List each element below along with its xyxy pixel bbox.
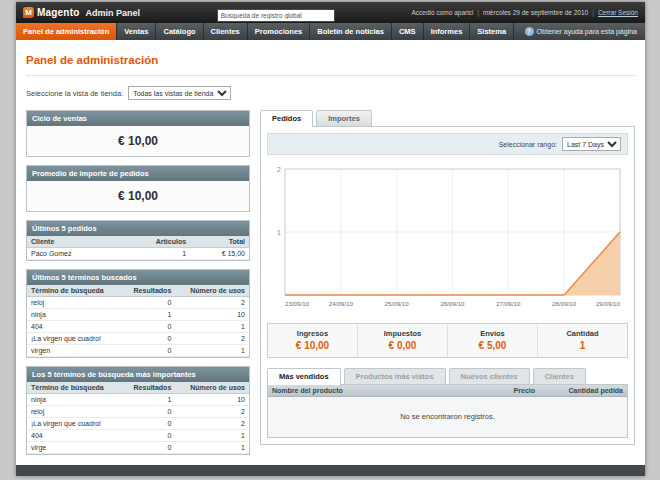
store-view-row: Seleccione la vista de tienda: Todas las… xyxy=(26,86,635,100)
empty-records-message: No se encontraron registros. xyxy=(268,397,627,437)
page-help-link[interactable]: ? Obtener ayuda para esta página xyxy=(525,23,645,40)
orders-chart-svg: 1223/09/1024/09/1025/09/1026/09/1027/09/… xyxy=(269,163,626,315)
table-row[interactable]: ¡La virgen que cuadro! 0 2 xyxy=(27,333,249,345)
logout-link[interactable]: Cerrar Sesión xyxy=(598,9,638,16)
table-row[interactable]: reloj 0 2 xyxy=(27,406,249,418)
svg-text:1: 1 xyxy=(277,229,281,236)
col-header: Término de búsqueda xyxy=(27,382,122,394)
table-row[interactable]: virgen 0 1 xyxy=(27,345,249,357)
average-orders-value: € 10,00 xyxy=(27,181,249,211)
svg-text:2: 2 xyxy=(277,166,281,173)
products-grid: Nombre del producto Precio Cantidad pedi… xyxy=(267,384,628,438)
nav-item-catalog[interactable]: Catálogo xyxy=(156,23,203,40)
nav-item-reports[interactable]: Informes xyxy=(424,23,471,40)
logo-text: Magento xyxy=(37,7,80,18)
svg-text:25/09/10: 25/09/10 xyxy=(385,300,410,307)
table-row[interactable]: 404 0 1 xyxy=(27,430,249,442)
lifetime-sales-card: Ciclo de ventas € 10,00 xyxy=(26,110,250,157)
range-select[interactable]: Last 7 Days xyxy=(562,137,621,151)
nav-item-customers[interactable]: Clientes xyxy=(204,23,248,40)
help-label: Obtener ayuda para esta página xyxy=(537,28,637,35)
stat-revenue: Ingresos € 10,00 xyxy=(268,324,357,357)
global-search xyxy=(217,4,335,22)
stat-tax: Impuestos € 0,00 xyxy=(357,324,447,357)
title-row: Panel de administración xyxy=(26,40,635,76)
last-search-title: Últimos 5 términos buscados xyxy=(27,270,249,285)
col-header: Número de usos xyxy=(175,285,249,297)
col-header: Precio xyxy=(467,385,539,397)
nav-item-sales[interactable]: Ventas xyxy=(117,23,156,40)
col-header: Cliente xyxy=(27,236,118,248)
svg-text:26/09/10: 26/09/10 xyxy=(440,300,465,307)
footer-bar xyxy=(16,465,645,476)
header-separator: | xyxy=(477,9,479,16)
header-user-area: Accedió como aparici | miércoles 29 de s… xyxy=(412,9,638,16)
magento-logo-icon: M xyxy=(23,7,34,18)
nav-item-newsletter[interactable]: Boletín de noticias xyxy=(310,23,392,40)
table-row[interactable]: ninja 1 10 xyxy=(27,309,249,321)
dashboard-left-column: Ciclo de ventas € 10,00 Promedio de impo… xyxy=(26,110,250,455)
tab-bestsellers[interactable]: Más vendidos xyxy=(267,368,341,385)
average-orders-card: Promedio de importe de pedidos € 10,00 xyxy=(26,165,250,212)
col-header: Cantidad pedida xyxy=(539,385,627,397)
table-row[interactable]: reloj 0 2 xyxy=(27,297,249,309)
lifetime-sales-value: € 10,00 xyxy=(27,126,249,156)
stats-bar: Ingresos € 10,00 Impuestos € 0,00 Envíos… xyxy=(267,323,628,358)
magento-logo: M Magento Admin Panel xyxy=(23,7,140,18)
nav-item-cms[interactable]: CMS xyxy=(392,23,424,40)
help-icon: ? xyxy=(525,27,534,36)
svg-text:23/09/10: 23/09/10 xyxy=(285,300,310,307)
average-orders-title: Promedio de importe de pedidos xyxy=(27,166,249,181)
svg-text:29/09/10: 29/09/10 xyxy=(596,300,621,307)
store-view-select[interactable]: Todas las vistas de tienda xyxy=(128,86,231,100)
chart-panel: Seleccionar rango: Last 7 Days 1223/09/1… xyxy=(260,126,635,445)
tab-amounts[interactable]: Importes xyxy=(316,110,372,126)
dashboard: Ciclo de ventas € 10,00 Promedio de impo… xyxy=(26,110,635,455)
col-header: Nombre del producto xyxy=(268,385,467,397)
top-header: M Magento Admin Panel Accedió como apari… xyxy=(16,2,645,23)
last-search-card: Últimos 5 términos buscados Término de b… xyxy=(26,269,250,358)
page-title: Panel de administración xyxy=(26,54,158,66)
table-row[interactable]: ninja 1 10 xyxy=(27,394,249,406)
grid-tabs: Más vendidos Productos más vistos Nuevos… xyxy=(267,368,628,384)
header-separator: | xyxy=(592,9,594,16)
col-header: Número de usos xyxy=(175,382,249,394)
tab-customers[interactable]: Clientes xyxy=(533,368,586,384)
top-search-title: Los 5 términos de búsqueda más important… xyxy=(27,367,249,382)
table-row[interactable]: 404 0 1 xyxy=(27,321,249,333)
col-header: Resultados xyxy=(122,285,176,297)
col-header: Artículos xyxy=(118,236,190,248)
range-selector-row: Seleccionar rango: Last 7 Days xyxy=(267,133,628,155)
nav-item-dashboard[interactable]: Panel de administración xyxy=(16,23,117,40)
stat-quantity: Cantidad 1 xyxy=(537,324,627,357)
col-header: Total xyxy=(190,236,249,248)
nav-item-promotions[interactable]: Promociones xyxy=(248,23,311,40)
dashboard-right-column: Pedidos Importes Seleccionar rango: Last… xyxy=(260,110,635,445)
tab-orders[interactable]: Pedidos xyxy=(260,110,313,127)
products-table: Nombre del producto Precio Cantidad pedi… xyxy=(268,385,627,397)
svg-text:27/09/10: 27/09/10 xyxy=(496,300,521,307)
tab-most-viewed[interactable]: Productos más vistos xyxy=(344,368,446,384)
top-search-card: Los 5 términos de búsqueda más important… xyxy=(26,366,250,455)
stat-shipping: Envíos € 5,00 xyxy=(447,324,537,357)
header-date: miércoles 29 de septiembre de 2010 xyxy=(483,9,588,16)
table-row[interactable]: virge 0 1 xyxy=(27,442,249,454)
table-header-row: Nombre del producto Precio Cantidad pedi… xyxy=(268,385,627,397)
table-header-row: Cliente Artículos Total xyxy=(27,236,249,248)
orders-chart: 1223/09/1024/09/1025/09/1026/09/1027/09/… xyxy=(269,163,626,319)
global-search-input[interactable] xyxy=(217,9,335,22)
col-header: Término de búsqueda xyxy=(27,285,122,297)
last-orders-card: Últimos 5 pedidos Cliente Artículos Tota… xyxy=(26,220,250,261)
logged-in-as: Accedió como aparici xyxy=(412,9,474,16)
main-nav: Panel de administración Ventas Catálogo … xyxy=(16,23,645,40)
table-row[interactable]: ¡La virgen que cuadro! 0 2 xyxy=(27,418,249,430)
nav-item-system[interactable]: Sistema xyxy=(470,23,514,40)
table-header-row: Término de búsqueda Resultados Número de… xyxy=(27,285,249,297)
top-search-table: Término de búsqueda Resultados Número de… xyxy=(27,382,249,454)
last-search-table: Término de búsqueda Resultados Número de… xyxy=(27,285,249,357)
store-view-label: Seleccione la vista de tienda: xyxy=(26,89,123,98)
table-row[interactable]: Paco Gomez 1 € 15,00 xyxy=(27,248,249,260)
last-orders-table: Cliente Artículos Total Paco Gomez 1 € 1… xyxy=(27,236,249,260)
svg-text:28/09/10: 28/09/10 xyxy=(552,300,577,307)
tab-new-customers[interactable]: Nuevos clientes xyxy=(449,368,530,384)
